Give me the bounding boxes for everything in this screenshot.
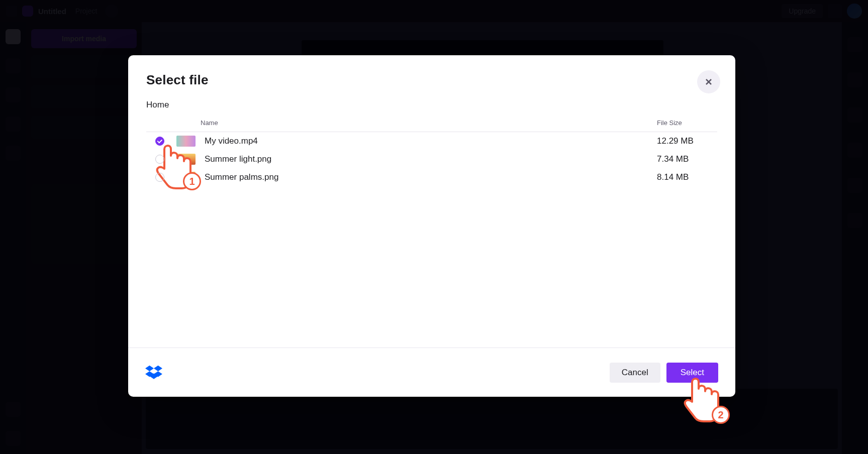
dialog-footer: Cancel Select (128, 348, 735, 397)
checkbox-icon[interactable] (155, 155, 164, 164)
file-thumbnail-icon (176, 154, 196, 165)
file-table: Name File Size My video.mp4 12.29 MB Sum… (128, 113, 735, 348)
close-icon (705, 78, 712, 85)
file-name: My video.mp4 (199, 136, 657, 146)
select-file-dialog: Select file Home Name File Size My video… (128, 55, 735, 397)
file-size: 8.14 MB (657, 172, 717, 182)
breadcrumb-home[interactable]: Home (146, 100, 169, 109)
file-size: 7.34 MB (657, 154, 717, 164)
dialog-header: Select file (128, 55, 735, 90)
table-header: Name File Size (146, 115, 717, 132)
column-name: Name (199, 119, 657, 127)
dialog-title: Select file (146, 72, 717, 88)
file-name: Summer light.png (199, 154, 657, 164)
select-button[interactable]: Select (666, 363, 718, 383)
breadcrumb: Home (128, 90, 735, 113)
cancel-button[interactable]: Cancel (610, 363, 660, 383)
close-button[interactable] (697, 70, 720, 93)
checkbox-icon[interactable] (155, 173, 164, 182)
table-row[interactable]: Summer palms.png 8.14 MB (146, 168, 717, 186)
file-thumbnail-icon (176, 136, 196, 147)
file-size: 12.29 MB (657, 136, 717, 146)
column-size: File Size (657, 119, 717, 127)
checkbox-icon[interactable] (155, 137, 164, 146)
table-row[interactable]: Summer light.png 7.34 MB (146, 150, 717, 168)
dropbox-icon (145, 365, 162, 380)
table-row[interactable]: My video.mp4 12.29 MB (146, 132, 717, 150)
file-name: Summer palms.png (199, 172, 657, 182)
file-thumbnail-icon (176, 172, 196, 183)
